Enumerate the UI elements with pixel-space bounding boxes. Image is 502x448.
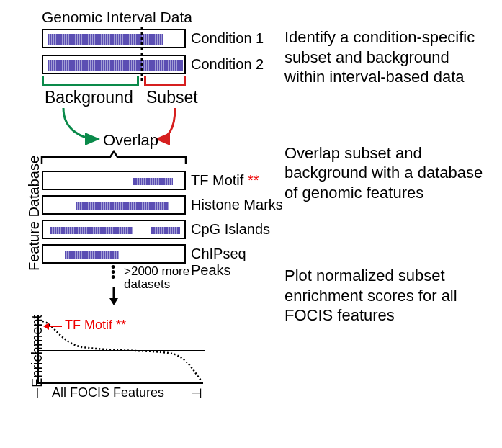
condition2-track [42,55,186,74]
more-datasets-label: >2000 more [124,264,189,279]
feature-track-histone [42,195,186,215]
tf-motif-annotation: TF Motif ** [65,318,126,333]
overlap-bracket [42,150,186,166]
overlap-label: Overlap [103,131,158,150]
section3-desc: Plot normalized subset enrichment scores… [284,266,493,326]
more-datasets-label2: datasets [124,277,170,292]
subset-divider-line [140,27,143,82]
section1-title: Genomic Interval Data [42,9,192,26]
condition1-track [42,29,186,48]
feature-track-tfmotif [42,171,186,190]
subset-bracket [144,76,186,86]
feature-track-cpg [42,220,186,239]
tf-anno-arrow [42,321,63,331]
section2-desc: Overlap subset and background with a dat… [284,143,493,203]
x-axis-label: All FOCIS Features [52,385,164,400]
tfmotif-stars: ** [248,172,259,188]
feature-label-cpg: CpG Islands [191,221,270,238]
x-axis-left-cap: ⊢ [36,385,48,401]
x-axis-right-cap: ⊣ [191,385,202,401]
more-dots: ••• [111,265,115,280]
background-bracket [42,76,139,86]
condition1-label: Condition 1 [191,30,264,47]
condition2-label: Condition 2 [191,56,264,73]
feature-label-histone: Histone Marks [191,197,283,213]
section1-desc: Identify a condition-specific subset and… [284,27,493,87]
feature-label-tfmotif: TF Motif ** [191,172,259,189]
arrow-to-enrichment [108,287,120,307]
feature-label-tfmotif-text: TF Motif [191,172,243,188]
feature-db-side-label: Feature Database [26,156,42,271]
feature-label-chipseq: ChIPseq Peaks [191,246,284,279]
